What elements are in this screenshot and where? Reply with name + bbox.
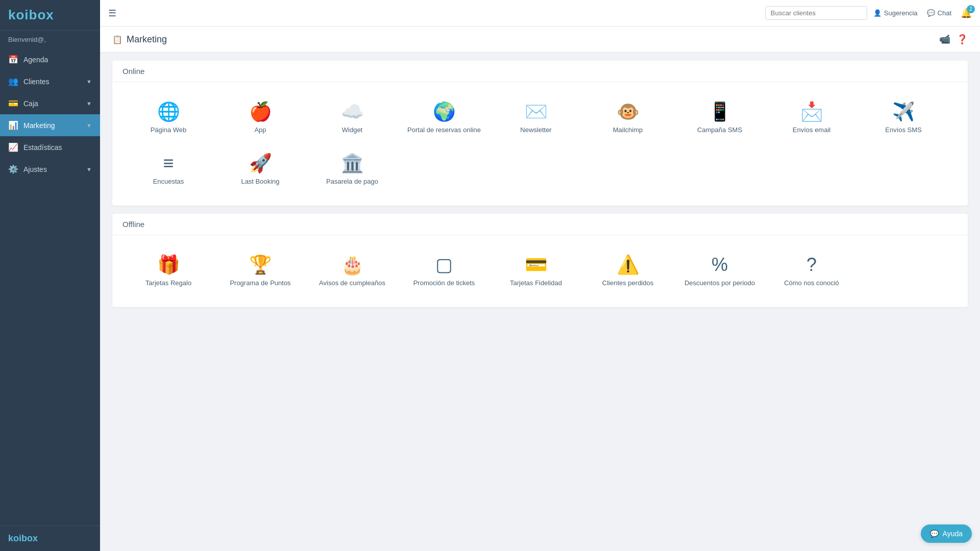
offline-item-tarjetas-fidelidad[interactable]: 💳 Tarjetas Fidelidad xyxy=(490,245,582,297)
icon-avisos-cumpleanos: 🎂 xyxy=(341,256,364,274)
icon-tarjetas-fidelidad: 💳 xyxy=(525,256,548,274)
sidebar-item-ajustes[interactable]: ⚙️ Ajustes ▼ xyxy=(0,158,100,180)
help-icon[interactable]: ❓ xyxy=(957,34,968,45)
label-campana-sms: Campaña SMS xyxy=(697,126,742,134)
label-envios-email: Envíos email xyxy=(793,126,830,134)
page-header-actions: 📹 ❓ xyxy=(939,34,968,45)
icon-pasarela-pago: 🏛️ xyxy=(341,154,364,172)
sidebar: koibox Bienvenid@, 📅 Agenda 👥 Clientes ▼… xyxy=(0,0,100,551)
offline-icon-grid: 🎁 Tarjetas Regalo 🏆 Programa de Puntos 🎂… xyxy=(122,245,958,297)
online-item-last-booking[interactable]: 🚀 Last Booking xyxy=(214,144,306,195)
online-item-portal-reservas[interactable]: 🌍 Portal de reservas online xyxy=(398,92,490,144)
chat-action[interactable]: 💬 Chat xyxy=(927,9,951,17)
icon-descuentos-periodo: % xyxy=(712,256,728,274)
sidebar-item-marketing[interactable]: 📊 Marketing ▼ xyxy=(0,114,100,136)
label-mailchimp: Mailchimp xyxy=(613,126,643,134)
online-section-body: 🌐 Página Web 🍎 App ☁️ Widget 🌍 Portal de… xyxy=(112,82,968,206)
cards-area: Online 🌐 Página Web 🍎 App ☁️ Widget 🌍 Po… xyxy=(100,53,980,323)
offline-section: Offline 🎁 Tarjetas Regalo 🏆 Programa de … xyxy=(112,214,968,307)
nav-icon-estadisticas: 📈 xyxy=(8,142,18,152)
nav-icon-agenda: 📅 xyxy=(8,55,18,64)
online-item-widget[interactable]: ☁️ Widget xyxy=(306,92,398,144)
menu-icon[interactable]: ☰ xyxy=(108,8,116,19)
icon-widget: ☁️ xyxy=(341,103,364,121)
online-item-pasarela-pago[interactable]: 🏛️ Pasarela de pago xyxy=(306,144,398,195)
page-title-row: 📋 Marketing xyxy=(112,34,167,45)
nav-icon-ajustes: ⚙️ xyxy=(8,164,18,174)
offline-item-promocion-tickets[interactable]: ▢ Promoción de tickets xyxy=(398,245,490,297)
icon-mailchimp: 🐵 xyxy=(617,103,640,121)
offline-section-header: Offline xyxy=(112,214,968,235)
label-portal-reservas: Portal de reservas online xyxy=(407,126,481,134)
icon-programa-puntos: 🏆 xyxy=(249,256,272,274)
offline-item-como-nos-conocio[interactable]: ? Cómo nos conoció xyxy=(766,245,857,297)
online-item-campana-sms[interactable]: 📱 Campaña SMS xyxy=(674,92,766,144)
label-widget: Widget xyxy=(342,126,362,134)
nav-chevron-marketing: ▼ xyxy=(86,122,92,129)
offline-item-programa-puntos[interactable]: 🏆 Programa de Puntos xyxy=(214,245,306,297)
offline-section-body: 🎁 Tarjetas Regalo 🏆 Programa de Puntos 🎂… xyxy=(112,235,968,307)
page-title: Marketing xyxy=(127,34,167,45)
label-como-nos-conocio: Cómo nos conoció xyxy=(784,279,839,287)
icon-newsletter: ✉️ xyxy=(525,103,548,121)
label-app: App xyxy=(254,126,266,134)
online-section-header: Online xyxy=(112,61,968,82)
offline-item-tarjetas-regalo[interactable]: 🎁 Tarjetas Regalo xyxy=(122,245,214,297)
online-item-pagina-web[interactable]: 🌐 Página Web xyxy=(122,92,214,144)
label-tarjetas-regalo: Tarjetas Regalo xyxy=(145,279,191,287)
icon-tarjetas-regalo: 🎁 xyxy=(157,256,180,274)
label-tarjetas-fidelidad: Tarjetas Fidelidad xyxy=(510,279,562,287)
online-item-mailchimp[interactable]: 🐵 Mailchimp xyxy=(582,92,674,144)
label-envios-sms: Envíos SMS xyxy=(885,126,922,134)
content-area: 📋 Marketing 📹 ❓ Online 🌐 Página Web 🍎 Ap… xyxy=(100,27,980,551)
suggestion-action[interactable]: 👤 Sugerencia xyxy=(873,9,918,17)
online-item-envios-sms[interactable]: ✈️ Envíos SMS xyxy=(857,92,949,144)
offline-item-descuentos-periodo[interactable]: % Descuentos por periodo xyxy=(674,245,766,297)
label-avisos-cumpleanos: Avisos de cumpleaños xyxy=(319,279,385,287)
sidebar-item-clientes[interactable]: 👥 Clientes ▼ xyxy=(0,70,100,92)
sidebar-item-caja[interactable]: 💳 Caja ▼ xyxy=(0,92,100,114)
icon-app: 🍎 xyxy=(249,103,272,121)
icon-encuestas: ≡ xyxy=(163,154,174,172)
label-pagina-web: Página Web xyxy=(151,126,187,134)
icon-envios-email: 📩 xyxy=(800,103,823,121)
label-encuestas: Encuestas xyxy=(153,178,184,185)
online-item-newsletter[interactable]: ✉️ Newsletter xyxy=(490,92,582,144)
online-item-app[interactable]: 🍎 App xyxy=(214,92,306,144)
nav-label-marketing: Marketing xyxy=(23,121,55,130)
sidebar-item-estadisticas[interactable]: 📈 Estadísticas xyxy=(0,136,100,158)
online-icon-grid: 🌐 Página Web 🍎 App ☁️ Widget 🌍 Portal de… xyxy=(122,92,958,195)
nav-icon-marketing: 📊 xyxy=(8,120,18,130)
icon-portal-reservas: 🌍 xyxy=(433,103,456,121)
nav-label-estadisticas: Estadísticas xyxy=(23,143,62,152)
notification-count: 2 xyxy=(967,5,975,13)
icon-clientes-perdidos: ⚠️ xyxy=(617,256,640,274)
online-item-encuestas[interactable]: ≡ Encuestas xyxy=(122,144,214,195)
nav-chevron-clientes: ▼ xyxy=(86,79,92,85)
online-section: Online 🌐 Página Web 🍎 App ☁️ Widget 🌍 Po… xyxy=(112,61,968,206)
offline-item-clientes-perdidos[interactable]: ⚠️ Clientes perdidos xyxy=(582,245,674,297)
nav-label-ajustes: Ajustes xyxy=(23,165,47,173)
label-descuentos-periodo: Descuentos por periodo xyxy=(684,279,755,287)
help-button-label: Ayuda xyxy=(943,530,963,538)
search-box xyxy=(765,6,867,20)
label-pasarela-pago: Pasarela de pago xyxy=(326,178,378,185)
chat-icon: 💬 xyxy=(927,9,935,17)
icon-promocion-tickets: ▢ xyxy=(435,256,453,274)
label-programa-puntos: Programa de Puntos xyxy=(230,279,290,287)
nav-icon-clientes: 👥 xyxy=(8,77,18,86)
offline-item-avisos-cumpleanos[interactable]: 🎂 Avisos de cumpleaños xyxy=(306,245,398,297)
nav-chevron-caja: ▼ xyxy=(86,101,92,107)
sidebar-nav: 📅 Agenda 👥 Clientes ▼ 💳 Caja ▼ 📊 Marketi… xyxy=(0,48,100,525)
nav-chevron-ajustes: ▼ xyxy=(86,166,92,172)
page-header: 📋 Marketing 📹 ❓ xyxy=(100,27,980,53)
help-button[interactable]: 💬 Ayuda xyxy=(921,524,972,543)
suggestion-label: Sugerencia xyxy=(884,9,918,17)
video-icon[interactable]: 📹 xyxy=(939,34,950,45)
online-item-envios-email[interactable]: 📩 Envíos email xyxy=(766,92,857,144)
sidebar-item-agenda[interactable]: 📅 Agenda xyxy=(0,48,100,70)
nav-icon-caja: 💳 xyxy=(8,98,18,108)
notification-bell[interactable]: 🔔 2 xyxy=(961,8,972,19)
logo: koibox xyxy=(8,7,54,22)
search-input[interactable] xyxy=(765,6,867,20)
